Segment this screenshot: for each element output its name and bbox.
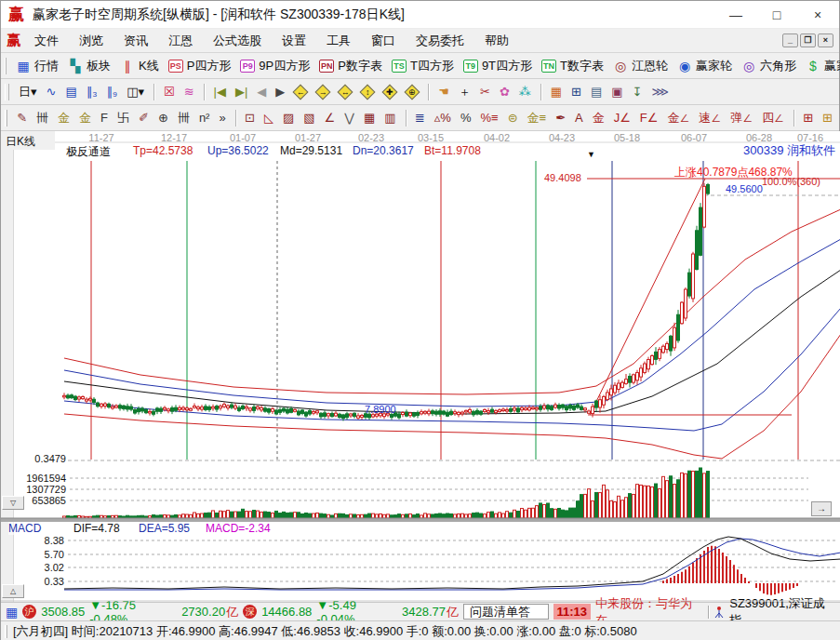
toolbar3-button-grid-win-2[interactable]: ⊞ (818, 107, 837, 129)
toolbar3-button-v-lines[interactable]: ⋁ (340, 107, 359, 129)
menu-item-3[interactable]: 江恩 (158, 33, 203, 49)
toolbar3-button-j-angle[interactable]: J∠ (609, 107, 635, 129)
toolbar3-button-percent-tri[interactable]: ▵% (430, 107, 456, 129)
kline-chart-canvas[interactable] (1, 131, 840, 602)
toolbar3-button-si-angle[interactable]: 四∠ (757, 107, 789, 129)
menu-item-1[interactable]: 浏览 (69, 33, 113, 49)
toolbar3-button-gold-circle[interactable]: ⊜ (503, 107, 523, 129)
toolbar3-button-f-grid[interactable]: F (96, 107, 113, 129)
dropdown-marker-icon[interactable]: ▼ (587, 150, 595, 159)
toolbar2-button-brain-icon[interactable]: ⁂ (514, 81, 536, 103)
toolbar2-button-cut-icon[interactable]: ✂ (475, 81, 495, 103)
tab-daily-kline[interactable]: 日K线 (1, 131, 55, 150)
toolbar2-button-candle-dropdown[interactable]: ◫▾ (122, 81, 149, 103)
toolbar3-button-percent-levels[interactable]: %≡ (475, 107, 502, 129)
toolbar2-button-expand-h-diamond[interactable]: ↔ (338, 84, 353, 100)
toolbar1-button-kline[interactable]: ∥K线 (115, 55, 164, 77)
toolbar3-button-wan-grid[interactable]: 卐 (113, 107, 134, 129)
minimize-button[interactable]: — (722, 7, 750, 22)
toolbar1-button-quotes[interactable]: ▦行情 (11, 55, 63, 77)
toolbar2-button-zigzag-icon[interactable]: ∿ (42, 81, 61, 103)
toolbar3-button-percent[interactable]: % (456, 107, 476, 129)
news-list-button[interactable]: 问题清单答复 (463, 604, 548, 620)
menu-item-5[interactable]: 设置 (272, 33, 316, 49)
toolbar2-button-bars9-icon[interactable]: ∥₉ (102, 81, 123, 103)
toolbar2-button-expand-v-diamond[interactable]: ↕ (360, 84, 376, 100)
toolbar3-button-pen2[interactable]: ✐ (134, 107, 153, 129)
toolbar2-button-delivery-icon[interactable]: ⋙ (647, 81, 673, 103)
toolbar3-button-draw-pen[interactable]: ✎ (12, 107, 32, 129)
toolbar2-button-notepad-icon[interactable]: ▤ (586, 81, 607, 103)
toolbar3-button-grid-win-1[interactable]: ⊞ (798, 107, 818, 129)
toolbar3-button-gold-angle[interactable]: 金∠ (662, 107, 694, 129)
toolbar3-button-box-tool[interactable]: ⊡ (240, 107, 260, 129)
menu-item-6[interactable]: 工具 (316, 33, 361, 49)
toolbar1-button-winner-wheel[interactable]: ◉赢家轮 (673, 55, 737, 77)
toolbar1-button-t-square[interactable]: TST四方形 (387, 55, 459, 77)
scroll-right-button[interactable]: → (811, 501, 832, 516)
menu-item-8[interactable]: 交易委托 (406, 33, 474, 49)
menu-item-2[interactable]: 资讯 (113, 33, 158, 49)
toolbar3-button-hatch-box-1[interactable]: ▨ (278, 107, 299, 129)
toolbar2-button-crosshair-icon[interactable]: ＋ (454, 81, 475, 103)
toolbar2-button-calculator-icon[interactable]: ⊞ (567, 81, 586, 103)
toolbar3-button-f-angle[interactable]: F∠ (635, 107, 663, 129)
close-button[interactable]: × (804, 7, 832, 22)
toolbar1-button-gann-wheel[interactable]: ◎江恩轮 (608, 55, 673, 77)
toolbar1-button-t-table[interactable]: TNT数字表 (537, 55, 608, 77)
mdi-restore-button[interactable]: ❐ (800, 33, 816, 47)
toolbar2-button-export-icon[interactable]: ↧ (628, 81, 647, 103)
toolbar2-button-expand-all-diamond[interactable]: ✚ (382, 84, 398, 100)
toolbar2-button-prev-bar-button[interactable]: ◀ (252, 81, 271, 103)
expand-macd-button[interactable]: △ (2, 584, 24, 598)
mdi-minimize-button[interactable]: _ (782, 33, 798, 47)
toolbar2-button-next-bar-button[interactable]: ▶ (271, 81, 289, 103)
collapse-volume-button[interactable]: ▽ (2, 496, 24, 510)
quote-table-icon[interactable]: ▦ (6, 605, 18, 620)
chart-area[interactable]: 日K线 11-0911-2712-1701-0701-2702-2303-150… (1, 131, 840, 602)
menu-item-7[interactable]: 窗口 (361, 33, 406, 49)
toolbar3-button-gold-grid-1[interactable]: 金 (53, 107, 74, 129)
menu-item-4[interactable]: 公式选股 (203, 33, 272, 49)
toolbar1-button-p-square[interactable]: PSP四方形 (164, 55, 236, 77)
toolbar3-button-grid-tool-1[interactable]: 卌 (32, 107, 53, 129)
toolbar2-button-drag-hand-icon[interactable]: ☚ (433, 81, 454, 103)
maximize-button[interactable]: □ (763, 7, 791, 22)
toolbar1-button-hexagon[interactable]: ◎六角形 (737, 55, 801, 77)
toolbar1-button-9t-square[interactable]: T99T四方形 (459, 55, 537, 77)
toolbar3-button-n2-grid[interactable]: n² (194, 107, 215, 129)
toolbar3-button-more-tools[interactable]: » (214, 107, 230, 129)
toolbar1-button-p-table[interactable]: PNP数字表 (314, 55, 387, 77)
toolbar1-button-winner-service[interactable]: $赢家服务 (801, 55, 840, 77)
toolbar3-button-su-angle[interactable]: 速∠ (694, 107, 726, 129)
toolbar3-button-ink-pen[interactable]: ✒ (551, 107, 570, 129)
toolbar3-button-hatch-box-2[interactable]: ▧ (299, 107, 319, 129)
toolbar2-button-kline-style-icon[interactable]: ☒ (159, 81, 180, 103)
toolbar3-button-wave-tool[interactable]: A (570, 107, 588, 129)
toolbar3-button-angle-lines[interactable]: ∠ (320, 107, 340, 129)
menu-item-9[interactable]: 帮助 (474, 33, 519, 49)
mdi-close-button[interactable]: × (818, 33, 833, 47)
toolbar2-button-fit-diamond[interactable]: ⊕ (405, 84, 420, 100)
toolbar3-button-stat-bars[interactable]: ≣ (410, 107, 430, 129)
toolbar3-button-gold-grid-2[interactable]: 金 (74, 107, 96, 129)
toolbar3-button-gold-levels[interactable]: 金≡ (523, 107, 552, 129)
toolbar3-button-plain-grid[interactable]: 卌 (173, 107, 194, 129)
toolbar3-button-dan-angle[interactable]: 弹∠ (726, 107, 757, 129)
toolbar3-button-bar-grid[interactable]: ▥ (380, 107, 400, 129)
toolbar2-button-zoom-left-diamond[interactable]: ← (293, 84, 309, 100)
toolbar2-button-note-icon[interactable]: ▤ (60, 81, 81, 103)
toolbar2-button-zoom-right-diamond[interactable]: → (315, 84, 331, 100)
toolbar2-button-last-bar-button[interactable]: ▶| (231, 81, 252, 103)
toolbar3-button-gold-line[interactable]: 金 (588, 107, 609, 129)
toolbar2-button-period-day-dropdown[interactable]: 日▾ (14, 81, 42, 103)
toolbar2-button-save-icon[interactable]: ▣ (607, 81, 627, 103)
toolbar1-button-blocks[interactable]: ▚板块 (63, 55, 115, 77)
toolbar2-button-bars3-icon[interactable]: ∥₃ (82, 81, 102, 103)
toolbar3-button-fan-lines[interactable]: ◺ (260, 107, 278, 129)
toolbar1-button-9p-square[interactable]: P99P四方形 (235, 55, 314, 77)
toolbar2-button-color-chart-icon[interactable]: ≋ (180, 81, 199, 103)
toolbar2-button-flower-icon[interactable]: ✿ (495, 81, 514, 103)
toolbar2-button-first-bar-button[interactable]: |◀ (209, 81, 231, 103)
toolbar2-button-calendar-icon[interactable]: ▦ (546, 81, 567, 103)
